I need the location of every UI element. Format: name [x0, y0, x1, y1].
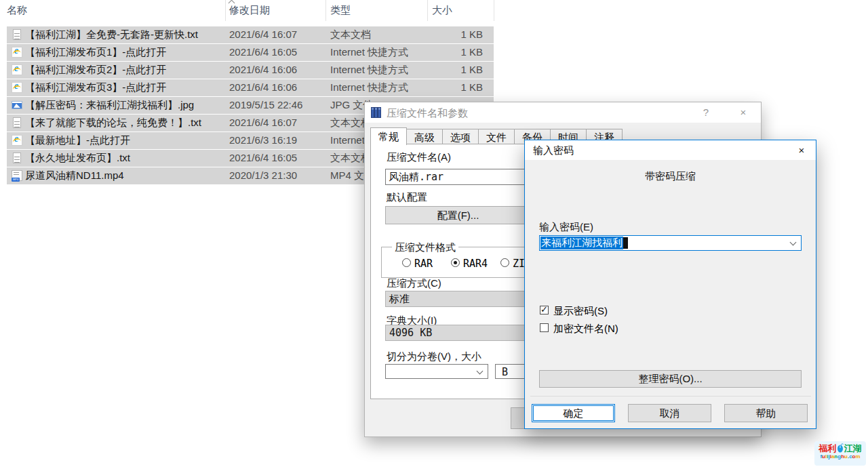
password-dialog-header: 带密码压缩	[525, 170, 816, 183]
organize-passwords-button[interactable]: 整理密码(O)...	[539, 370, 802, 388]
column-header-size[interactable]: 大小	[432, 4, 452, 17]
column-divider[interactable]	[326, 0, 326, 21]
tab-高级[interactable]: 高级	[406, 129, 443, 145]
radio-icon[interactable]	[451, 258, 460, 267]
file-row[interactable]: 【福利江湖】全免费-无套路-更新快.txt 2021/6/4 16:07 文本文…	[7, 26, 494, 43]
split-volumes-input[interactable]	[385, 364, 488, 379]
chevron-down-icon[interactable]	[790, 239, 797, 246]
tab-选项[interactable]: 选项	[442, 129, 479, 145]
site-brand: 福利江湖	[814, 443, 866, 453]
file-size: 1 KB	[387, 64, 483, 75]
tab-文件[interactable]: 文件	[478, 129, 515, 145]
file-date: 2021/6/4 16:07	[229, 28, 297, 40]
archive-dialog-titlebar[interactable]: 压缩文件名和参数 ? ×	[365, 102, 761, 123]
file-icon	[13, 117, 21, 128]
file-name: 【福利江湖】全免费-无套路-更新快.txt	[25, 28, 198, 41]
password-dialog-title: 输入密码	[533, 144, 574, 157]
file-name: 【解压密码：来福利江湖找福利】.jpg	[25, 99, 194, 112]
file-date: 2021/6/4 16:06	[229, 64, 297, 75]
mouse-icon	[837, 443, 844, 453]
radio-icon[interactable]	[402, 258, 411, 267]
column-header-name[interactable]: 名称	[7, 4, 27, 17]
file-size: 1 KB	[387, 28, 483, 40]
help-button[interactable]: 帮助	[724, 404, 808, 422]
close-icon[interactable]: ×	[732, 102, 755, 122]
column-divider[interactable]	[494, 0, 494, 21]
tab-常规[interactable]: 常规	[370, 127, 407, 145]
file-date: 2021/6/3 16:19	[229, 134, 297, 146]
close-icon[interactable]: ×	[790, 140, 813, 160]
password-label: 输入密码(E)	[539, 221, 593, 234]
file-name: 【来了就能下载的论坛，纯免费！】.txt	[25, 117, 201, 129]
file-icon	[12, 47, 22, 58]
password-dialog: 输入密码 × 带密码压缩 输入密码(E) 来福利江湖找福利 显示密码(S) 加密…	[524, 140, 816, 429]
compression-method-label: 压缩方式(C)	[387, 277, 441, 290]
file-date: 2021/6/4 16:06	[229, 81, 297, 93]
radio-label: RAR	[414, 258, 433, 270]
file-name: 【永久地址发布页】.txt	[25, 152, 130, 165]
encrypt-names-label: 加密文件名(N)	[553, 323, 618, 336]
file-row[interactable]: 【福利江湖发布页3】-点此打开 2021/6/4 16:06 Internet …	[7, 79, 494, 96]
file-name: 【福利江湖发布页3】-点此打开	[25, 81, 166, 94]
file-name: 尿道风油精ND11.mp4	[25, 169, 124, 182]
file-date: 2021/6/4 16:05	[229, 152, 297, 163]
help-titlebar-button[interactable]: ?	[694, 102, 717, 122]
desktop: 名称 修改日期 类型 大小 【福利江湖】全免费-无套路-更新快.txt 2021…	[0, 0, 868, 467]
file-icon	[12, 82, 22, 93]
password-dialog-titlebar[interactable]: 输入密码 ×	[525, 140, 816, 160]
file-icon	[12, 135, 22, 146]
column-header-date[interactable]: 修改日期	[229, 4, 270, 17]
file-name: 【福利江湖发布页2】-点此打开	[25, 64, 166, 77]
file-date: 2020/1/3 21:30	[229, 169, 297, 181]
column-divider[interactable]	[225, 0, 226, 21]
checkbox-icon[interactable]	[540, 306, 549, 314]
file-date: 2021/6/4 16:07	[229, 117, 297, 128]
file-icon	[13, 29, 21, 40]
divider	[530, 396, 811, 397]
file-icon	[12, 170, 22, 181]
file-size: 1 KB	[387, 81, 483, 93]
file-icon	[12, 64, 22, 75]
file-date: 2021/6/4 16:05	[229, 46, 297, 58]
archive-name-label: 压缩文件名(A)	[387, 151, 451, 164]
file-size: 1 KB	[387, 46, 483, 58]
file-date: 2019/5/15 22:46	[229, 99, 302, 110]
file-name: 【最新地址】-点此打开	[25, 134, 130, 147]
file-icon	[13, 153, 21, 163]
show-password-label: 显示密码(S)	[553, 305, 608, 318]
password-selected-text: 来福利江湖找福利	[540, 237, 623, 249]
file-icon	[12, 101, 22, 109]
file-type: 文本文档	[330, 28, 371, 41]
radio-icon[interactable]	[500, 258, 509, 267]
text-caret	[623, 237, 628, 249]
file-row[interactable]: 【福利江湖发布页1】-点此打开 2021/6/4 16:05 Internet …	[7, 44, 494, 61]
file-row[interactable]: 【福利江湖发布页2】-点此打开 2021/6/4 16:06 Internet …	[7, 62, 494, 79]
site-watermark: 福利江湖 fulijianghu.com	[814, 441, 866, 466]
password-input[interactable]: 来福利江湖找福利	[539, 235, 802, 251]
radio-label: RAR4	[463, 258, 488, 270]
chevron-down-icon[interactable]	[477, 368, 484, 375]
profiles-button[interactable]: 配置(F)...	[385, 206, 531, 224]
column-header-type[interactable]: 类型	[330, 4, 351, 17]
profiles-label: 默认配置	[387, 191, 427, 204]
file-name: 【福利江湖发布页1】-点此打开	[25, 46, 166, 59]
ok-button[interactable]: 确定	[532, 404, 615, 422]
site-domain: fulijianghu.com	[814, 453, 866, 460]
checkbox-icon[interactable]	[540, 323, 549, 332]
cancel-button[interactable]: 取消	[628, 404, 711, 422]
archive-dialog-title: 压缩文件名和参数	[387, 107, 468, 120]
split-volumes-label: 切分为分卷(V)，大小	[387, 350, 481, 363]
winrar-icon	[371, 107, 382, 118]
column-divider[interactable]	[427, 0, 428, 21]
archive-format-group-label: 压缩文件格式	[392, 241, 458, 254]
